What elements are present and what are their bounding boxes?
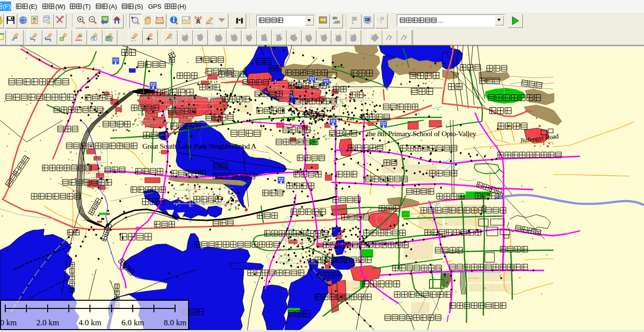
svg-text:(A): (A): [109, 3, 117, 10]
svg-text:0.0 km: 0.0 km: [0, 318, 17, 327]
svg-text:GPS: GPS: [148, 3, 162, 10]
svg-text:(T): (T): [83, 3, 91, 10]
svg-text:36: 36: [79, 35, 82, 38]
svg-text:Great South Lake Park Neighbor: Great South Lake Park Neighborhood A: [142, 142, 257, 150]
svg-text:2.0 km: 2.0 km: [36, 318, 59, 327]
svg-text:3D: 3D: [332, 16, 337, 20]
svg-text:the 8th Primary School of Opto: the 8th Primary School of Opto-Valley: [367, 129, 476, 138]
svg-text:4.0 km: 4.0 km: [78, 318, 101, 327]
svg-text:(E): (E): [29, 3, 37, 10]
svg-text:(S): (S): [135, 3, 143, 10]
svg-text:(H): (H): [177, 3, 186, 10]
svg-text:...: ...: [438, 17, 443, 24]
svg-text:(W): (W): [55, 3, 65, 10]
svg-text:codo: codo: [75, 38, 82, 41]
svg-text:8.0 km: 8.0 km: [164, 318, 186, 327]
svg-text:6.0 km: 6.0 km: [121, 318, 144, 327]
